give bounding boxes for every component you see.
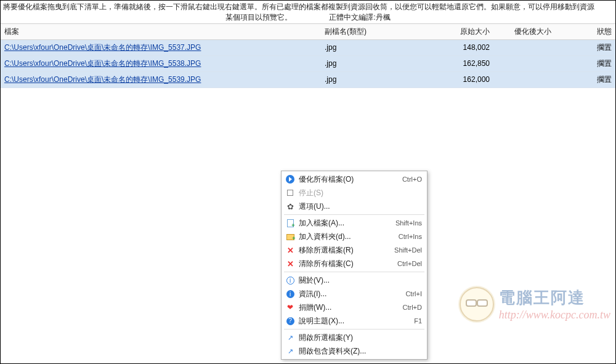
file-path-link[interactable]: C:\Users\xfour\OneDrive\桌面\未命名的轉存\IMG_55… — [4, 75, 201, 84]
file-status: 擱置 — [555, 71, 615, 87]
watermark: 電腦王阿達 http://www.kocpc.com.tw — [460, 287, 610, 322]
file-opt-size — [493, 39, 555, 55]
table-row[interactable]: C:\Users\xfour\OneDrive\桌面\未命名的轉存\IMG_55… — [1, 39, 615, 55]
col-file[interactable]: 檔案 — [1, 23, 321, 39]
info-icon: i — [284, 290, 296, 298]
menu-about[interactable]: i 關於(V)... — [282, 273, 427, 287]
file-orig-size: 148,002 — [413, 39, 493, 55]
menu-info[interactable]: i 資訊(I)... Ctrl+I — [282, 287, 427, 301]
col-orig[interactable]: 原始大小 — [413, 23, 493, 39]
watermark-mascot-icon — [460, 287, 494, 322]
file-opt-size — [493, 55, 555, 71]
col-status[interactable]: 狀態 — [555, 23, 615, 39]
file-orig-size: 162,000 — [413, 71, 493, 87]
remove-icon: ✕ — [284, 246, 296, 255]
menu-open-selected[interactable]: ↗ 開啟所選檔案(Y) — [282, 331, 427, 344]
stop-icon — [284, 190, 296, 196]
heart-icon: ❤ — [284, 303, 296, 312]
file-orig-size: 162,850 — [413, 55, 493, 71]
menu-remove-selected[interactable]: ✕ 移除所選檔案(R) Shift+Del — [282, 243, 427, 257]
menu-open-containing-folder[interactable]: ↗ 開啟包含資料夾(Z)... — [282, 344, 427, 358]
open-file-icon: ↗ — [284, 334, 296, 342]
table-row[interactable]: C:\Users\xfour\OneDrive\桌面\未命名的轉存\IMG_55… — [1, 55, 615, 71]
menu-help-topics[interactable]: ? 說明主題(X)... F1 — [282, 314, 427, 328]
about-icon: i — [284, 277, 296, 285]
add-file-icon — [284, 219, 296, 227]
file-list-table[interactable]: 檔案 副檔名(類型) 原始大小 優化後大小 狀態 C:\Users\xfour\… — [1, 23, 615, 88]
table-row[interactable]: C:\Users\xfour\OneDrive\桌面\未命名的轉存\IMG_55… — [1, 71, 615, 87]
watermark-title: 電腦王阿達 — [499, 287, 610, 309]
file-opt-size — [493, 71, 555, 87]
col-opt[interactable]: 優化後大小 — [493, 23, 555, 39]
open-folder-icon: ↗ — [284, 347, 296, 355]
context-menu[interactable]: 優化所有檔案(O) Ctrl+O 停止(S) ✿ 選項(U)... 加入檔案(A… — [281, 171, 428, 360]
menu-add-folder[interactable]: 加入資料夾(d)... Ctrl+Ins — [282, 230, 427, 243]
file-status: 擱置 — [555, 55, 615, 71]
menu-donate[interactable]: ❤ 捐贈(W)... Ctrl+D — [282, 301, 427, 314]
menu-add-file[interactable]: 加入檔案(A)... Shift+Ins — [282, 216, 427, 230]
menu-clear-all[interactable]: ✕ 清除所有檔案(C) Ctrl+Del — [282, 257, 427, 270]
menu-stop: 停止(S) — [282, 186, 427, 200]
file-ext: .jpg — [321, 39, 413, 55]
add-folder-icon — [284, 233, 296, 240]
menu-options[interactable]: ✿ 選項(U)... — [282, 200, 427, 213]
table-header-row: 檔案 副檔名(類型) 原始大小 優化後大小 狀態 — [1, 23, 615, 39]
file-ext: .jpg — [321, 55, 413, 71]
play-icon — [284, 175, 296, 184]
help-icon: ? — [284, 317, 296, 325]
col-ext[interactable]: 副檔名(類型) — [321, 23, 413, 39]
file-status: 擱置 — [555, 39, 615, 55]
watermark-url: http://www.kocpc.com.tw — [499, 309, 610, 322]
clear-icon: ✕ — [284, 259, 296, 269]
file-path-link[interactable]: C:\Users\xfour\OneDrive\桌面\未命名的轉存\IMG_55… — [4, 59, 201, 68]
gear-icon: ✿ — [284, 202, 296, 211]
file-ext: .jpg — [321, 71, 413, 87]
menu-optimize-all[interactable]: 優化所有檔案(O) Ctrl+O — [282, 172, 427, 186]
intro-text: 將要優化檔案拖曳到底下清單上，準備就緒後，按一下滑鼠右鍵出現右鍵選單。所有已處理… — [1, 1, 615, 23]
file-path-link[interactable]: C:\Users\xfour\OneDrive\桌面\未命名的轉存\IMG_55… — [4, 43, 201, 52]
